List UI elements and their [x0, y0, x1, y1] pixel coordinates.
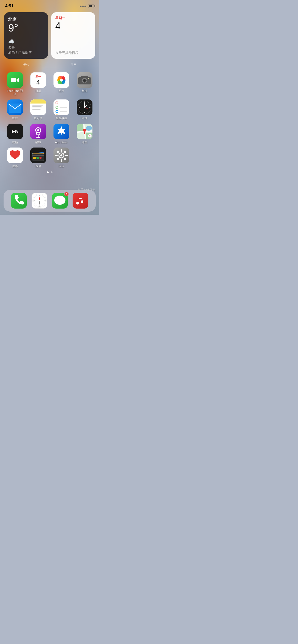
reminders-inner [53, 99, 69, 115]
mail-svg [7, 99, 23, 115]
signal-icon [80, 6, 86, 7]
app-photos[interactable]: 照片 [50, 72, 72, 96]
podcasts-svg [30, 124, 46, 139]
maps-svg [77, 124, 92, 139]
settings-icon [53, 148, 69, 163]
svg-text:N: N [39, 195, 40, 196]
svg-text:E: E [45, 200, 46, 201]
svg-rect-57 [61, 159, 62, 162]
app-health[interactable]: 健康 [4, 148, 26, 168]
tv-icon: ▶tv [7, 124, 23, 139]
messages-badge: ! [64, 192, 69, 196]
svg-point-41 [86, 126, 92, 131]
notes-inner [30, 99, 46, 115]
facetime-icon [7, 72, 23, 88]
status-bar: 4:51 [0, 0, 99, 10]
calendar-date-number: 4 [55, 21, 91, 32]
app-grid-row3: ▶tv 视频 [4, 124, 95, 144]
tv-label: 视频 [12, 141, 18, 144]
app-appstore[interactable]: ✦ App Store [50, 124, 72, 144]
widgets-row: 北京 9° ☁️ 多云 最高 13° 最低 9° 星期一 4 今天无其他日程 [4, 12, 95, 59]
svg-marker-1 [17, 78, 19, 82]
weather-condition: 多云 [8, 46, 44, 50]
dock-safari[interactable]: N S W E [32, 193, 47, 209]
clock-svg [77, 99, 92, 115]
page-dot-1[interactable] [47, 171, 49, 173]
page-dot-2[interactable] [51, 171, 52, 173]
dock-messages[interactable]: ! [52, 193, 68, 209]
svg-rect-50 [33, 157, 36, 159]
app-grid-row2: 邮件 备忘录 [4, 99, 95, 120]
mail-icon [7, 99, 23, 115]
app-grid-row1: FaceTime 通话 周一 4 日历 [4, 72, 95, 96]
reminder-item-2 [56, 106, 67, 109]
wallet-icon [30, 148, 46, 163]
svg-point-77 [54, 196, 65, 205]
dock-music[interactable] [73, 193, 88, 209]
weather-widget-label: 天气 [4, 63, 48, 67]
weather-city: 北京 [8, 16, 44, 22]
weather-range: 最高 13° 最低 9° [8, 50, 44, 55]
app-clock[interactable]: 时钟 [74, 99, 95, 120]
app-podcasts[interactable]: 播客 [27, 124, 49, 144]
reminders-icon [53, 99, 69, 115]
app-tv[interactable]: ▶tv 视频 [4, 124, 26, 144]
svg-rect-0 [11, 78, 16, 82]
battery-icon [88, 5, 94, 8]
camera-label: 相机 [82, 89, 87, 93]
calendar-no-events: 今天无其他日程 [55, 51, 91, 55]
phone-icon [11, 193, 27, 209]
svg-point-10 [60, 79, 63, 81]
reminders-label: 提醒事项 [56, 116, 67, 120]
widget-labels: 天气 日历 [4, 63, 95, 67]
app-reminders[interactable]: 提醒事项 [50, 99, 72, 120]
camera-svg [77, 72, 92, 88]
reminder-item-3 [56, 110, 67, 113]
app-facetime[interactable]: FaceTime 通话 [4, 72, 26, 96]
music-icon [73, 193, 88, 209]
svg-point-13 [83, 79, 86, 82]
app-settings[interactable]: 设置 [50, 148, 72, 168]
weather-widget[interactable]: 北京 9° ☁️ 多云 最高 13° 最低 9° [4, 12, 48, 59]
app-camera[interactable]: 相机 [74, 72, 95, 96]
svg-point-14 [88, 78, 89, 79]
calendar-day-label: 星期一 [55, 16, 91, 20]
svg-rect-39 [77, 124, 83, 131]
battery-fill [89, 5, 92, 7]
settings-label: 设置 [59, 165, 64, 168]
page-dots [4, 171, 95, 173]
svg-rect-56 [61, 149, 62, 152]
svg-rect-58 [55, 155, 58, 156]
facetime-label: FaceTime 通话 [6, 89, 24, 96]
svg-rect-51 [36, 157, 39, 159]
appstore-a-icon [53, 124, 69, 139]
app-mail[interactable]: 邮件 [4, 99, 26, 120]
calendar-label: 日历 [35, 89, 41, 93]
svg-point-35 [37, 129, 39, 131]
notes-icon [30, 99, 46, 115]
svg-rect-49 [32, 155, 44, 156]
app-maps[interactable]: 地图 [74, 124, 95, 144]
svg-text:▶tv: ▶tv [11, 129, 18, 134]
svg-rect-59 [65, 155, 68, 156]
clock-icon [77, 99, 92, 115]
maps-icon [77, 124, 92, 139]
dock-phone[interactable] [11, 193, 27, 209]
app-wallet[interactable]: 钱包 [27, 148, 49, 168]
camera-icon [77, 72, 92, 88]
calendar-icon-day: 周一 [32, 75, 44, 79]
photos-flower-svg [56, 75, 67, 86]
notes-label: 备忘录 [34, 116, 42, 120]
podcasts-icon [30, 124, 46, 139]
calendar-icon: 周一 4 [30, 72, 46, 88]
app-notes[interactable]: 备忘录 [27, 99, 49, 120]
calendar-widget[interactable]: 星期一 4 今天无其他日程 [51, 12, 95, 59]
svg-point-42 [83, 129, 86, 132]
reminder-item-4 [56, 114, 67, 115]
status-right-icons [80, 5, 94, 8]
svg-point-29 [84, 107, 85, 108]
svg-text:S: S [39, 206, 40, 207]
app-calendar[interactable]: 周一 4 日历 [27, 72, 49, 96]
svg-point-65 [33, 194, 46, 207]
music-svg [73, 193, 88, 209]
